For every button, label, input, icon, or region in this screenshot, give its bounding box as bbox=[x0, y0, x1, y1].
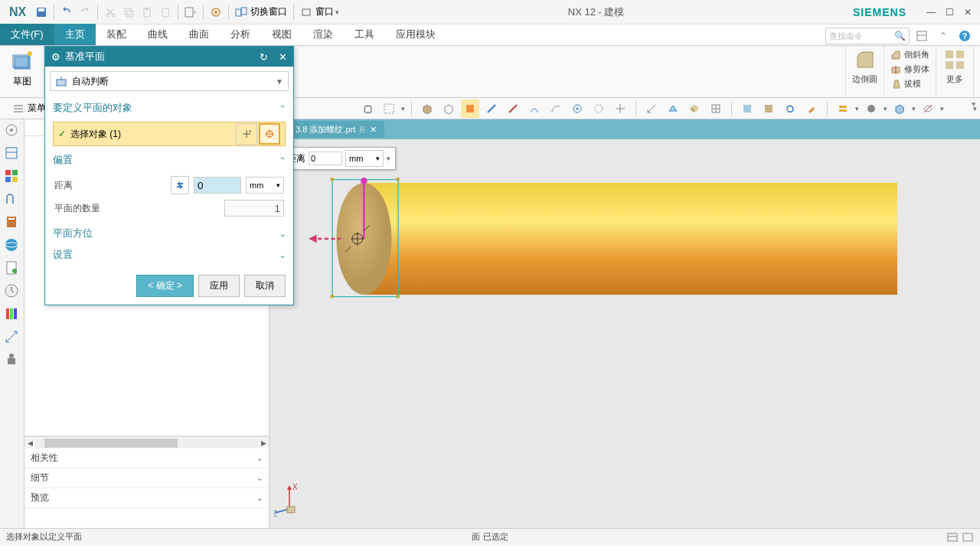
menu-icon[interactable] bbox=[12, 103, 24, 115]
minimize-button[interactable]: — bbox=[923, 5, 939, 20]
panel-relativity[interactable]: 相关性⌄ bbox=[24, 448, 269, 468]
tab-analyze[interactable]: 分析 bbox=[220, 24, 261, 45]
filter-icon[interactable]: ▢ bbox=[358, 99, 377, 118]
reverse-direction-icon[interactable] bbox=[171, 176, 189, 194]
type-select[interactable]: 自动判断 ▼ bbox=[50, 71, 289, 91]
cut-icon[interactable] bbox=[101, 3, 119, 21]
rail-settings-icon[interactable] bbox=[4, 122, 21, 139]
section-settings[interactable]: 设置⌄ bbox=[50, 244, 289, 266]
tab-tools[interactable]: 工具 bbox=[344, 24, 385, 45]
rail-doc-icon[interactable] bbox=[4, 260, 21, 277]
status-ico2[interactable] bbox=[962, 532, 974, 543]
tab-surface[interactable]: 曲面 bbox=[178, 24, 220, 45]
hide-icon[interactable] bbox=[919, 99, 937, 118]
brush-icon[interactable] bbox=[802, 99, 821, 118]
redo-icon[interactable] bbox=[76, 3, 94, 21]
ribbon-dropdown-icon[interactable]: ▾ bbox=[972, 99, 975, 108]
sel-edge-icon[interactable] bbox=[482, 99, 501, 118]
paste-special-icon[interactable] bbox=[156, 3, 175, 21]
section-offset[interactable]: 偏置⌃ bbox=[50, 149, 289, 171]
select-objects-row[interactable]: ✓ 选择对象 (1) + bbox=[53, 122, 286, 146]
rail-assembly-icon[interactable] bbox=[4, 168, 21, 185]
rail-history-icon[interactable] bbox=[4, 283, 21, 300]
tab-app-module[interactable]: 应用模块 bbox=[385, 24, 446, 45]
touch-icon[interactable] bbox=[207, 3, 225, 21]
box-icon[interactable] bbox=[890, 99, 909, 118]
distance-float-input[interactable]: 距离 mm▾ ▾ bbox=[282, 147, 396, 170]
edge-blend-button[interactable]: 边倒圆 bbox=[852, 47, 877, 85]
chamfer-button[interactable]: 倒斜角 bbox=[890, 47, 929, 62]
float-value-input[interactable] bbox=[309, 152, 342, 165]
close-button[interactable]: ✕ bbox=[960, 5, 975, 20]
layer-icon[interactable] bbox=[834, 99, 852, 118]
distance-input[interactable] bbox=[194, 177, 241, 194]
tab-curve[interactable]: 曲线 bbox=[137, 24, 178, 45]
window-menu-label[interactable]: 窗口 bbox=[315, 5, 334, 18]
undo-icon[interactable] bbox=[57, 3, 76, 21]
rail-nav-icon[interactable] bbox=[4, 145, 21, 162]
measure-icon[interactable] bbox=[642, 99, 661, 118]
view2-icon[interactable] bbox=[760, 99, 778, 118]
viewport[interactable]: 📄 3.8 添加螺纹.prt ⎘ ✕ 距离 mm▾ ▾ bbox=[270, 119, 980, 528]
more-button[interactable]: 更多 bbox=[942, 47, 967, 85]
tab-file[interactable]: 文件(F) bbox=[0, 24, 54, 45]
doc-pin-icon[interactable]: ⎘ bbox=[360, 125, 365, 134]
help-icon[interactable]: ? bbox=[956, 27, 974, 45]
collapse-icon[interactable]: ⌃ bbox=[934, 27, 952, 45]
sel-solid2-icon[interactable] bbox=[439, 99, 458, 118]
command-search-input[interactable]: 查找命令 🔍 bbox=[825, 28, 910, 44]
sel-tangent-icon[interactable] bbox=[504, 99, 522, 118]
csys-icon[interactable] bbox=[685, 99, 704, 118]
sel-circle-icon[interactable] bbox=[590, 99, 608, 118]
tab-render[interactable]: 渲染 bbox=[302, 24, 344, 45]
refresh-icon[interactable] bbox=[781, 99, 799, 118]
window-menu-icon[interactable] bbox=[297, 3, 315, 21]
sel-face-icon[interactable] bbox=[461, 99, 479, 118]
float-unit-select[interactable]: mm▾ bbox=[345, 150, 384, 167]
distance-unit-select[interactable]: mm▾ bbox=[246, 177, 284, 194]
sel-point-icon[interactable] bbox=[568, 99, 586, 118]
add-button[interactable]: + bbox=[236, 123, 257, 145]
rail-globe-icon[interactable] bbox=[4, 237, 21, 254]
rail-color-icon[interactable] bbox=[4, 306, 21, 323]
tab-home[interactable]: 主页 bbox=[54, 24, 96, 45]
tab-assembly[interactable]: 装配 bbox=[96, 24, 137, 45]
maximize-button[interactable]: ☐ bbox=[942, 5, 957, 20]
trim-body-button[interactable]: 修剪体 bbox=[890, 62, 929, 77]
dialog-titlebar[interactable]: ⚙ 基准平面 ↻ ✕ bbox=[45, 47, 293, 67]
switch-window-label[interactable]: 切换窗口 bbox=[250, 5, 287, 18]
panel-preview[interactable]: 预览⌄ bbox=[24, 488, 269, 508]
copy-icon[interactable] bbox=[119, 3, 138, 21]
sel-curve-icon[interactable] bbox=[525, 99, 544, 118]
paste-icon[interactable] bbox=[138, 3, 156, 21]
layout-icon[interactable] bbox=[913, 27, 931, 45]
rail-dim-icon[interactable] bbox=[4, 329, 21, 346]
ok-button[interactable]: < 确定 > bbox=[136, 275, 194, 297]
menu-label[interactable]: 菜单 bbox=[28, 102, 46, 115]
view1-icon[interactable] bbox=[738, 99, 756, 118]
sel-arc-icon[interactable] bbox=[547, 99, 565, 118]
sel-box-icon[interactable] bbox=[380, 99, 398, 118]
sel-solid-icon[interactable] bbox=[418, 99, 436, 118]
material-icon[interactable] bbox=[862, 99, 880, 118]
sel-center-icon[interactable] bbox=[611, 99, 629, 118]
cancel-button[interactable]: 取消 bbox=[244, 275, 286, 297]
rail-constraint-icon[interactable] bbox=[4, 191, 21, 208]
doc-close-icon[interactable]: ✕ bbox=[370, 125, 377, 135]
draft-button[interactable]: 拔模 bbox=[890, 77, 929, 91]
save-icon[interactable] bbox=[32, 3, 51, 21]
panel-detail[interactable]: 细节⌄ bbox=[24, 468, 269, 488]
reset-icon[interactable]: ↻ bbox=[260, 51, 268, 63]
rail-book-icon[interactable] bbox=[4, 214, 21, 231]
switch-window-icon[interactable] bbox=[232, 3, 250, 21]
model-body[interactable] bbox=[305, 173, 897, 305]
section-objects[interactable]: 要定义平面的对象⌃ bbox=[50, 97, 289, 119]
panel-hscroll[interactable]: ◀ ▶ bbox=[24, 436, 269, 448]
grid-icon[interactable] bbox=[707, 99, 725, 118]
section-orientation[interactable]: 平面方位⌄ bbox=[50, 223, 289, 244]
rail-robot-icon[interactable] bbox=[4, 352, 21, 369]
pick-button[interactable] bbox=[259, 123, 280, 145]
status-ico1[interactable] bbox=[946, 532, 959, 543]
tab-view[interactable]: 视图 bbox=[261, 24, 302, 45]
document-dropdown-icon[interactable] bbox=[181, 3, 200, 21]
